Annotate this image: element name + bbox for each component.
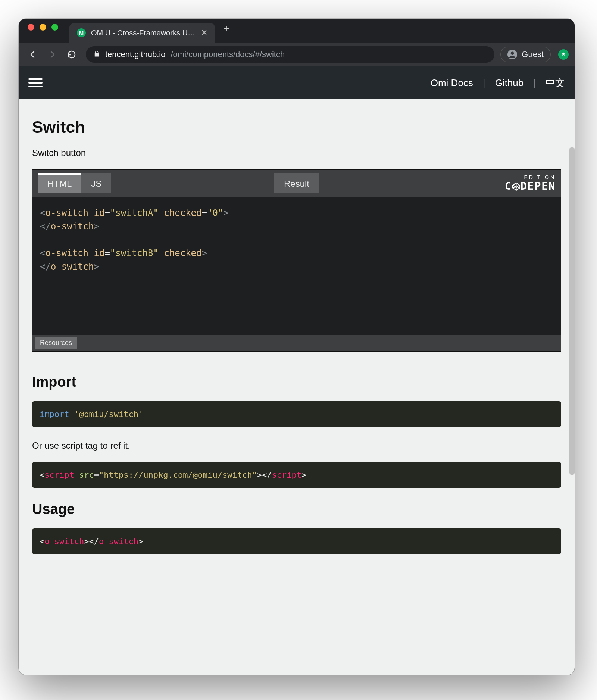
address-bar[interactable]: tencent.github.io/omi/components/docs/#/… — [86, 46, 494, 63]
site-nav: Omi Docs | Github | 中文 — [431, 76, 565, 90]
codepen-header: HTML JS Result EDIT ON CDEPEN — [32, 170, 561, 197]
extension-badge[interactable] — [558, 49, 569, 60]
close-window-button[interactable] — [28, 24, 34, 31]
page-title: Switch — [32, 118, 561, 136]
import-note: Or use script tag to ref it. — [32, 440, 561, 451]
back-button[interactable] — [25, 46, 41, 63]
page-content: Switch Switch button HTML JS Result EDIT… — [19, 99, 575, 675]
url-host: tencent.github.io — [105, 50, 165, 59]
forward-button[interactable] — [44, 46, 60, 63]
codepen-edit-label: EDIT ON — [505, 174, 556, 180]
code-import: import '@omiu/switch' — [32, 401, 561, 427]
profile-label: Guest — [522, 50, 544, 59]
browser-tab[interactable]: M OMIU - Cross-Frameworks UI F ✕ — [69, 23, 215, 43]
tab-js[interactable]: JS — [81, 173, 111, 193]
site-appbar: Omi Docs | Github | 中文 — [19, 66, 575, 99]
user-icon — [507, 50, 517, 59]
codepen-code: <o-switch id="switchA" checked="0"> </o-… — [32, 197, 561, 335]
page-subtitle: Switch button — [32, 148, 561, 158]
codepen-embed: HTML JS Result EDIT ON CDEPEN <o-switch … — [32, 169, 561, 352]
page-viewport: Omi Docs | Github | 中文 Switch Switch but… — [19, 66, 575, 675]
url-path: /omi/components/docs/#/switch — [171, 50, 285, 59]
nav-separator: | — [483, 77, 485, 89]
browser-toolbar: tencent.github.io/omi/components/docs/#/… — [19, 43, 575, 66]
codepen-logo: CDEPEN — [505, 180, 556, 192]
code-script: <script src="https://unpkg.com/@omiu/swi… — [32, 462, 561, 488]
close-tab-icon[interactable]: ✕ — [201, 28, 207, 38]
maximize-window-button[interactable] — [51, 24, 58, 31]
codepen-resources-button[interactable]: Resources — [35, 337, 77, 349]
nav-separator: | — [533, 77, 536, 89]
lock-icon — [93, 50, 100, 59]
window-controls — [24, 24, 62, 37]
new-tab-button[interactable]: + — [215, 22, 238, 39]
section-heading-usage: Usage — [32, 501, 561, 517]
browser-tabstrip: M OMIU - Cross-Frameworks UI F ✕ + — [19, 19, 575, 43]
codepen-edit-link[interactable]: EDIT ON CDEPEN — [505, 174, 556, 192]
tab-title: OMIU - Cross-Frameworks UI F — [91, 29, 196, 37]
nav-link-github[interactable]: Github — [495, 77, 524, 89]
tab-favicon: M — [77, 28, 86, 37]
profile-chip[interactable]: Guest — [500, 47, 551, 62]
nav-link-lang[interactable]: 中文 — [546, 76, 565, 90]
reload-button[interactable] — [63, 46, 80, 63]
nav-link-docs[interactable]: Omi Docs — [431, 77, 473, 89]
code-usage: <o-switch></o-switch> — [32, 528, 561, 554]
tab-html[interactable]: HTML — [38, 173, 81, 193]
tab-result[interactable]: Result — [274, 173, 319, 193]
codepen-footer: Resources — [32, 335, 561, 351]
scrollbar[interactable] — [569, 147, 575, 475]
svg-point-1 — [511, 51, 514, 55]
minimize-window-button[interactable] — [40, 24, 46, 31]
section-heading-import: Import — [32, 374, 561, 390]
menu-button[interactable] — [28, 76, 43, 90]
